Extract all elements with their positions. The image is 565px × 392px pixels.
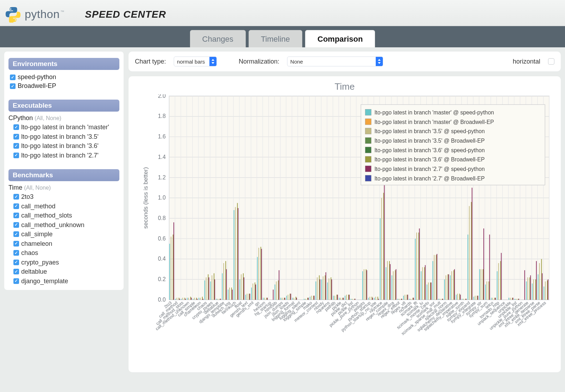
checkbox-icon[interactable] [13, 222, 19, 228]
svg-rect-197 [337, 295, 338, 299]
list-item[interactable]: lto-pgo latest in branch '3.5' [8, 132, 119, 142]
normalization-select[interactable]: None [287, 57, 383, 66]
svg-rect-222 [380, 218, 381, 300]
list-item[interactable]: crypto_pyaes [8, 258, 119, 267]
checkbox-icon[interactable] [13, 213, 19, 218]
chart-type-select[interactable]: normal bars [174, 57, 217, 66]
bench-none-link[interactable]: None [35, 185, 49, 191]
svg-rect-227 [387, 261, 388, 300]
svg-rect-240 [407, 295, 408, 299]
checkbox-icon[interactable] [13, 203, 19, 209]
checkbox-icon[interactable] [13, 153, 19, 158]
svg-text:lto-pgo latest in branch '3.6': lto-pgo latest in branch '3.6' @ speed-p… [375, 147, 485, 153]
svg-rect-242 [409, 299, 410, 300]
svg-rect-316 [528, 277, 528, 299]
list-item[interactable]: call_method [8, 202, 119, 211]
svg-rect-196 [337, 295, 337, 299]
svg-text:lto-pgo latest in branch 'mast: lto-pgo latest in branch 'master' @ spee… [375, 109, 494, 115]
benchmarks-group-label: Time (All, None) [8, 184, 119, 191]
svg-rect-172 [296, 297, 296, 300]
svg-rect-271 [451, 271, 452, 300]
svg-text:0.2: 0.2 [158, 276, 166, 282]
list-item[interactable]: lto-pgo latest in branch 'master' [8, 123, 119, 132]
list-item[interactable]: lto-pgo latest in branch '2.7' [8, 151, 119, 160]
svg-rect-159 [276, 281, 276, 300]
svg-rect-160 [278, 280, 279, 300]
svg-rect-329 [547, 280, 548, 300]
svg-rect-164 [284, 298, 285, 300]
horizontal-checkbox[interactable] [548, 58, 554, 65]
svg-rect-184 [319, 275, 320, 300]
svg-rect-285 [472, 188, 472, 300]
svg-rect-324 [539, 263, 540, 300]
list-item[interactable]: call_simple [8, 230, 119, 239]
svg-rect-176 [307, 298, 308, 300]
svg-rect-248 [418, 232, 419, 299]
svg-rect-145 [251, 287, 252, 300]
checkbox-icon[interactable] [10, 75, 16, 80]
svg-text:0.0: 0.0 [158, 297, 166, 303]
svg-rect-113 [204, 280, 205, 300]
list-item[interactable]: speed-python [8, 73, 119, 82]
svg-rect-102 [188, 298, 189, 300]
list-item-label: lto-pgo latest in branch '3.5' [21, 133, 99, 141]
svg-rect-252 [424, 267, 425, 300]
svg-rect-190 [327, 283, 328, 300]
svg-rect-294 [485, 285, 486, 300]
svg-rect-150 [258, 248, 259, 300]
list-item[interactable]: chameleon [8, 239, 119, 249]
svg-rect-322 [536, 261, 537, 300]
list-item-label: django_template [21, 277, 68, 285]
svg-rect-239 [405, 295, 405, 299]
svg-rect-211 [364, 269, 364, 300]
list-item[interactable]: 2to3 [8, 192, 119, 202]
svg-text:0.4: 0.4 [158, 256, 166, 262]
python-logo[interactable]: python™ [5, 6, 64, 23]
list-item[interactable]: django_template [8, 277, 119, 286]
list-item[interactable]: Broadwell-EP [8, 82, 119, 90]
bench-all-link[interactable]: All [26, 185, 32, 191]
svg-rect-198 [339, 298, 340, 300]
list-item[interactable]: lto-pgo latest in branch '3.6' [8, 141, 119, 151]
checkbox-icon[interactable] [13, 134, 19, 139]
checkbox-icon[interactable] [13, 260, 19, 265]
svg-rect-137 [239, 279, 240, 300]
svg-rect-273 [454, 269, 455, 300]
checkbox-icon[interactable] [13, 194, 19, 200]
svg-rect-263 [440, 299, 440, 300]
checkbox-icon[interactable] [13, 231, 19, 237]
svg-rect-168 [290, 294, 290, 300]
checkbox-icon[interactable] [13, 143, 19, 149]
list-item[interactable]: call_method_unknown [8, 220, 119, 230]
svg-rect-219 [375, 297, 376, 300]
checkbox-icon[interactable] [13, 269, 19, 274]
svg-rect-301 [495, 298, 496, 300]
tab-changes[interactable]: Changes [190, 30, 246, 47]
svg-rect-89 [169, 244, 170, 300]
checkbox-icon[interactable] [13, 250, 19, 256]
checkbox-icon[interactable] [13, 241, 19, 247]
exec-none-link[interactable]: None [46, 115, 59, 121]
exec-all-link[interactable]: All [36, 115, 43, 121]
checkbox-icon[interactable] [13, 278, 19, 284]
svg-rect-97 [181, 299, 182, 300]
svg-rect-95 [179, 298, 179, 300]
list-item[interactable]: call_method_slots [8, 211, 119, 220]
tab-timeline[interactable]: Timeline [249, 30, 302, 47]
svg-rect-167 [288, 295, 289, 299]
svg-rect-146 [252, 284, 253, 300]
svg-rect-244 [412, 298, 413, 300]
checkbox-icon[interactable] [13, 124, 19, 130]
svg-rect-236 [401, 299, 402, 300]
checkbox-icon[interactable] [10, 83, 16, 89]
list-item[interactable]: chaos [8, 248, 119, 258]
svg-rect-98 [182, 298, 183, 300]
list-item-label: call_method [21, 202, 55, 210]
svg-rect-207 [352, 299, 353, 300]
list-item[interactable]: deltablue [8, 267, 119, 277]
tab-comparison[interactable]: Comparison [305, 30, 375, 47]
svg-rect-289 [477, 296, 478, 300]
svg-rect-174 [304, 299, 304, 300]
svg-rect-132 [232, 290, 233, 300]
svg-text:1.8: 1.8 [158, 113, 166, 119]
